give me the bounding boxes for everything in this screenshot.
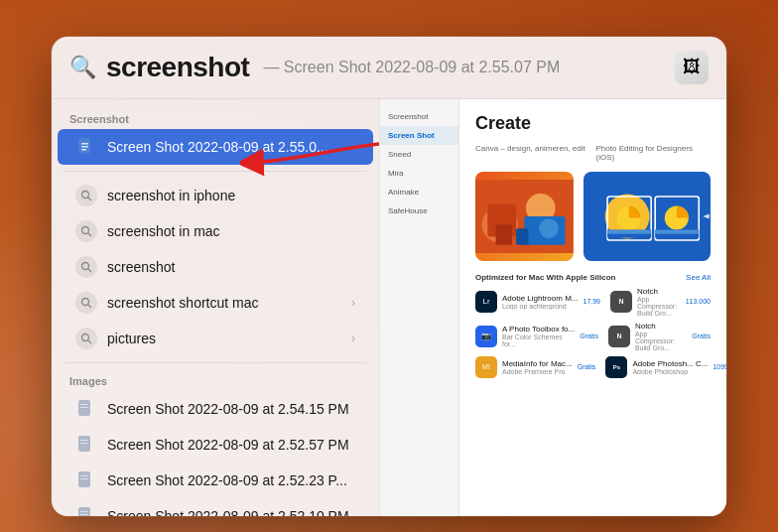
preview-card-1 <box>475 172 574 261</box>
app-info-5: MediaInfo for Mac... Adobe Premiere Pro <box>502 359 573 375</box>
images-section-header: Images <box>52 369 379 391</box>
app-action-6: 1099 <box>713 363 726 370</box>
app-grid: Lr Adobe Lightroom M... Logo op achtergr… <box>475 287 711 378</box>
suggestion-screenshot[interactable]: screenshot <box>58 249 373 285</box>
preview-subtitle-2: Photo Editing for Designers (iOS) <box>596 144 712 162</box>
app-name-5: MediaInfo for Mac... <box>502 359 573 368</box>
app-item-1: Lr Adobe Lightroom M... Logo op achtergr… <box>475 287 600 317</box>
preview-sidebar-item-6: SafeHouse <box>380 201 458 220</box>
image-doc-icon-4 <box>75 505 97 516</box>
suggestion-label-3: screenshot <box>107 259 355 275</box>
preview-subtitle-1: Canva – design, animeren, edit <box>475 144 590 153</box>
svg-rect-25 <box>80 511 88 512</box>
app-action-1: 17,99 <box>583 298 600 305</box>
svg-rect-20 <box>80 443 88 444</box>
red-arrow <box>240 133 379 183</box>
svg-line-14 <box>88 339 91 342</box>
search-icon: 🔍 <box>69 55 96 80</box>
image-item-1[interactable]: Screen Shot 2022-08-09 at 2.54.15 PM <box>58 391 373 427</box>
app-item-2: N Notch App Compressor: Build Gro... 113… <box>610 287 711 317</box>
app-icon-6: Ps <box>605 356 627 378</box>
app-action-4: Gratis <box>692 332 711 339</box>
search-query: screenshot <box>106 52 249 83</box>
image-label-1: Screen Shot 2022-08-09 at 2.54.15 PM <box>107 401 355 417</box>
app-icon-5: MI <box>475 356 497 378</box>
spotlight-window: 🔍 screenshot — Screen Shot 2022-08-09 at… <box>52 37 726 516</box>
app-action-5: Gratis <box>578 363 596 370</box>
preview-cards <box>475 172 711 261</box>
svg-point-32 <box>539 218 559 238</box>
search-subtitle: — Screen Shot 2022-08-09 at 2.55.07 PM <box>263 59 560 76</box>
images-list: Screen Shot 2022-08-09 at 2.54.15 PM Scr… <box>52 391 379 516</box>
svg-rect-26 <box>80 514 88 515</box>
image-item-2[interactable]: Screen Shot 2022-08-09 at 2.52.57 PM <box>58 427 373 463</box>
app-sub-2: App Compressor: Build Gro... <box>637 296 681 317</box>
svg-rect-2 <box>81 146 88 148</box>
content-area: Screenshot Screen Shot 2022-08-09 at 2.5… <box>52 99 726 516</box>
app-sub-4: App Compressor: Build Gro... <box>635 331 687 351</box>
app-icon-3: 📷 <box>475 326 497 347</box>
arrow-icon-4: › <box>351 296 355 310</box>
app-row-1: Lr Adobe Lightroom M... Logo op achtergr… <box>475 287 711 317</box>
top-result-header: Screenshot <box>52 107 379 129</box>
preview-sidebar-item-2: Screen Shot <box>380 126 458 145</box>
preview-sidebar: Screenshot Screen Shot Sneed Mira Animak… <box>380 99 459 516</box>
app-name-6: Adobe Photosh... C... <box>632 359 708 368</box>
svg-line-10 <box>88 268 91 271</box>
app-sub-5: Adobe Premiere Pro <box>502 368 573 375</box>
app-info-6: Adobe Photosh... C... Adobe Photoshop <box>632 359 708 375</box>
suggestion-label-4: screenshot shortcut mac <box>107 295 341 311</box>
preview-sidebar-item-5: Animake <box>380 183 458 201</box>
app-icon-4: N <box>608 326 630 347</box>
preview-sidebar-item-1: Screenshot <box>380 107 458 126</box>
svg-rect-45 <box>655 229 699 233</box>
app-name-4: Notch <box>635 322 687 331</box>
svg-line-6 <box>88 197 91 200</box>
svg-rect-22 <box>80 475 88 476</box>
app-item-4: N Notch App Compressor: Build Gro... Gra… <box>608 322 711 351</box>
svg-rect-33 <box>496 224 512 245</box>
image-doc-icon-2 <box>75 434 97 456</box>
app-action-2: 113.000 <box>686 298 711 305</box>
left-panel: Screenshot Screen Shot 2022-08-09 at 2.5… <box>52 99 379 516</box>
search-suggestion-icon-2 <box>75 220 97 242</box>
app-sub-1: Logo op achtergrond <box>502 303 578 310</box>
svg-rect-34 <box>516 228 528 244</box>
svg-rect-3 <box>81 149 86 151</box>
image-item-4[interactable]: Screen Shot 2022-08-09 at 2.52.10 PM <box>58 498 373 516</box>
divider-2 <box>64 362 367 363</box>
image-label-2: Screen Shot 2022-08-09 at 2.52.57 PM <box>107 437 355 453</box>
app-row-3: MI MediaInfo for Mac... Adobe Premiere P… <box>475 356 711 378</box>
preview-sidebar-item-3: Sneed <box>380 145 458 164</box>
suggestion-screenshot-mac[interactable]: screenshot in mac <box>58 213 373 249</box>
suggestion-label-2: screenshot in mac <box>107 223 355 239</box>
app-action-3: Gratis <box>580 332 598 339</box>
app-icon-1: Lr <box>475 291 497 313</box>
svg-rect-1 <box>81 143 88 145</box>
app-sub-3: Bar Color Schemes for... <box>502 333 575 347</box>
suggestions-list: screenshot in iphone screenshot in mac s… <box>52 178 379 356</box>
search-suggestion-icon-3 <box>75 256 97 278</box>
suggestion-screenshot-iphone[interactable]: screenshot in iphone <box>58 178 373 213</box>
app-info-4: Notch App Compressor: Build Gro... <box>635 322 687 351</box>
app-info-3: A Photo Toolbox fo... Bar Color Schemes … <box>502 325 575 347</box>
preview-app-icon: 🖼 <box>675 51 709 84</box>
app-info-1: Adobe Lightroom M... Logo op achtergrond <box>502 294 578 310</box>
suggestion-label-5: pictures <box>107 331 341 346</box>
preview-sidebar-item-4: Mira <box>380 164 458 183</box>
preview-content: Screenshot Screen Shot Sneed Mira Animak… <box>380 99 726 516</box>
image-doc-icon-3 <box>75 469 97 491</box>
search-suggestion-icon <box>75 185 97 206</box>
preview-title: Create <box>475 113 711 134</box>
suggestion-screenshot-shortcut[interactable]: screenshot shortcut mac › <box>58 285 373 321</box>
app-icon-2: N <box>610 291 632 313</box>
suggestion-pictures[interactable]: pictures › <box>58 321 373 356</box>
image-label-4: Screen Shot 2022-08-09 at 2.52.10 PM <box>107 508 355 516</box>
svg-rect-16 <box>80 404 88 405</box>
image-item-3[interactable]: Screen Shot 2022-08-09 at 2.52.23 P... <box>58 463 373 498</box>
svg-line-12 <box>88 304 91 307</box>
search-suggestion-icon-4 <box>75 292 97 314</box>
app-item-3: 📷 A Photo Toolbox fo... Bar Color Scheme… <box>475 322 598 351</box>
app-info-2: Notch App Compressor: Build Gro... <box>637 287 681 317</box>
see-all-link[interactable]: See All <box>686 273 711 282</box>
